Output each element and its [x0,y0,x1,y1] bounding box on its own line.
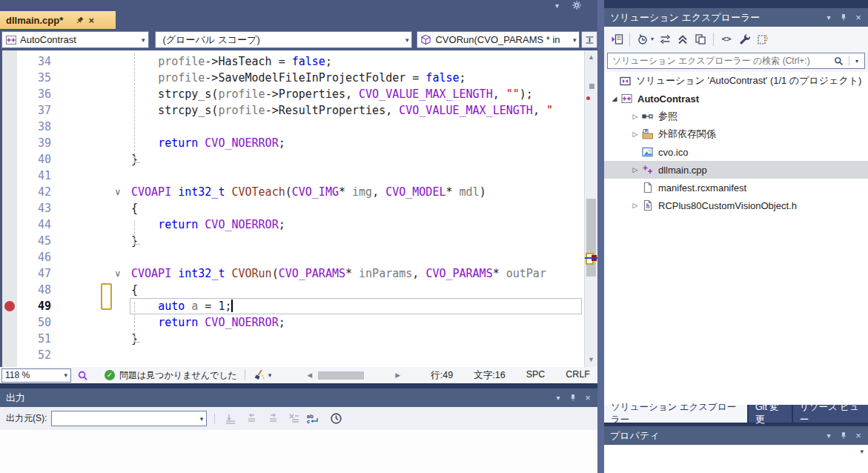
code-text[interactable]: CVOAPI int32_t CVOTeach(CVO_IMG* img, CV… [127,184,486,200]
code-text[interactable]: strcpy_s(profile->Properties, CVO_VALUE_… [127,86,533,102]
properties-panel-header[interactable]: プロパティ ▾ × [604,426,868,445]
editor-options-gear-icon[interactable] [572,1,581,10]
show-all-files-icon[interactable] [754,32,770,47]
breakpoint-margin-cell[interactable] [2,347,17,363]
breakpoint-margin-cell[interactable] [2,233,17,249]
scroll-right-icon[interactable]: ▶ [391,371,405,379]
tab-resource-view[interactable]: リソース ビュー [793,405,868,423]
tree-item-references[interactable]: ▷参照 [604,108,868,125]
code-text[interactable]: { [127,200,138,216]
code-line-47[interactable]: 47∨CVOAPI int32_t CVORun(CVO_PARAMS* inP… [2,265,585,282]
code-line-40[interactable]: 40} [2,151,585,168]
pin-panel-icon[interactable] [837,430,850,442]
search-icon[interactable] [834,56,849,66]
collapse-all-icon[interactable] [675,32,691,47]
code-text[interactable]: profile->SaveModelFileInProjectFolder = … [127,70,466,86]
code-text[interactable] [127,119,131,135]
breakpoint-margin-cell[interactable] [2,216,17,233]
breakpoint-margin-cell[interactable] [2,53,17,70]
code-text[interactable]: return CVO_NOERROR; [127,314,285,331]
member-dropdown[interactable]: CVORun(CVO_PARAMS * in ▾ [417,31,580,48]
tree-item-external-dependencies[interactable]: ▷外部依存関係 [604,125,868,143]
breakpoint-dot-icon[interactable] [4,301,15,311]
fold-collapse-icon[interactable]: ∨ [109,184,127,200]
tree-item-project-autocontrast[interactable]: ◢AutoContrast [604,90,868,108]
close-tab-icon[interactable]: × [85,14,97,26]
code-line-38[interactable]: 38 [2,119,585,135]
breakpoint-margin-cell[interactable] [2,102,17,119]
pin-panel-icon[interactable] [566,392,580,404]
close-panel-icon[interactable]: × [581,392,594,404]
code-line-41[interactable]: 41 [2,168,585,184]
code-line-39[interactable]: 39 return CVO_NOERROR; [2,135,585,151]
code-text[interactable]: strcpy_s(profile->ResultProperties, CVO_… [127,102,553,119]
code-line-44[interactable]: 44 return CVO_NOERROR; [2,216,585,233]
code-line-48[interactable]: 48{ [2,282,585,298]
code-text[interactable]: } [127,233,138,249]
document-list-dropdown-icon[interactable]: ▾ [555,0,559,11]
code-text[interactable] [127,168,131,184]
code-cleanup-dropdown-icon[interactable]: ▾ [268,371,272,379]
breakpoint-margin-cell[interactable] [2,168,17,184]
code-line-35[interactable]: 35 profile->SaveModelFileInProjectFolder… [2,70,585,86]
zoom-dropdown[interactable]: 118 % ▾ [1,368,71,383]
code-text[interactable]: return CVO_NOERROR; [127,135,285,151]
sync-with-active-document-icon[interactable] [657,32,673,47]
code-text[interactable]: } [127,331,138,347]
tree-collapsed-icon[interactable]: ▷ [629,113,641,120]
code-line-45[interactable]: 45} [2,233,585,249]
tree-item-solution[interactable]: ソリューション 'AutoContrast' (1/1 のプロジェクト) [604,72,868,90]
tree-item-cvo-ico[interactable]: cvo.ico [604,143,868,161]
code-line-52[interactable]: 52 [2,347,585,363]
tree-collapsed-icon[interactable]: ▷ [629,202,641,209]
code-editor[interactable]: 34 profile->HasTeach = false;35 profile-… [0,50,597,367]
code-health-indicator-icon[interactable] [77,370,88,381]
code-text[interactable]: CVOAPI int32_t CVORun(CVO_PARAMS* inPara… [127,265,546,282]
code-text[interactable]: return CVO_NOERROR; [127,216,285,233]
output-content[interactable] [0,430,597,473]
search-input[interactable] [608,55,834,67]
hscroll-track[interactable] [317,371,391,380]
tree-collapsed-icon[interactable]: ▷ [629,166,641,173]
code-text[interactable] [127,347,131,363]
code-text[interactable] [127,249,131,265]
show-timestamps-icon[interactable] [328,411,344,426]
pending-changes-filter-icon-dropdown[interactable]: ▾ [651,36,654,42]
code-line-43[interactable]: 43{ [2,200,585,216]
code-text[interactable]: { [127,282,138,298]
window-menu-icon[interactable]: ▾ [822,12,835,24]
code-line-50[interactable]: 50 return CVO_NOERROR; [2,314,585,331]
code-line-51[interactable]: 51} [2,331,585,347]
breakpoint-margin-cell[interactable] [2,119,17,135]
code-line-37[interactable]: 37 strcpy_s(profile->ResultProperties, C… [2,102,585,119]
breakpoint-margin-cell[interactable] [2,86,17,102]
tree-item-dllmain-cpp[interactable]: ▷dllmain.cpp [604,161,868,179]
tree-expanded-icon[interactable]: ◢ [609,95,620,102]
window-menu-icon[interactable]: ▾ [822,430,835,442]
tree-collapsed-icon[interactable]: ▷ [629,130,641,138]
breakpoint-margin-cell[interactable] [2,200,17,216]
breakpoint-margin-cell[interactable] [2,184,17,200]
hscroll-thumb[interactable] [318,371,364,380]
output-source-dropdown[interactable]: ▾ [51,411,207,426]
scrollbar-thumb[interactable] [586,199,596,277]
code-cleanup-broom-icon[interactable] [253,369,265,381]
scroll-up-icon[interactable]: ▲ [585,52,597,63]
code-line-42[interactable]: 42∨CVOAPI int32_t CVOTeach(CVO_IMG* img,… [2,184,585,200]
tab-solution-explorer[interactable]: ソリューション エクスプローラー [604,405,747,423]
properties-object-dropdown[interactable]: ▾ [604,445,868,473]
breakpoint-margin-cell[interactable] [2,135,17,151]
code-text[interactable]: profile->HasTeach = false; [127,53,332,70]
close-panel-icon[interactable]: × [852,430,865,442]
breakpoint-margin-cell[interactable] [2,151,17,168]
breakpoint-margin-cell[interactable] [2,314,17,331]
solution-explorer-body[interactable] [604,214,868,405]
breakpoint-margin-cell[interactable] [2,282,17,298]
pin-panel-icon[interactable] [837,12,850,24]
window-menu-icon[interactable]: ▾ [551,392,565,404]
breakpoint-indicator[interactable] [2,298,17,314]
preview-selected-items-icon[interactable] [692,32,709,47]
scroll-down-icon[interactable]: ▼ [585,354,597,366]
search-options-dropdown-icon[interactable]: ▾ [849,58,864,64]
tab-dllmain-cpp[interactable]: dllmain.cpp* × [0,11,116,29]
